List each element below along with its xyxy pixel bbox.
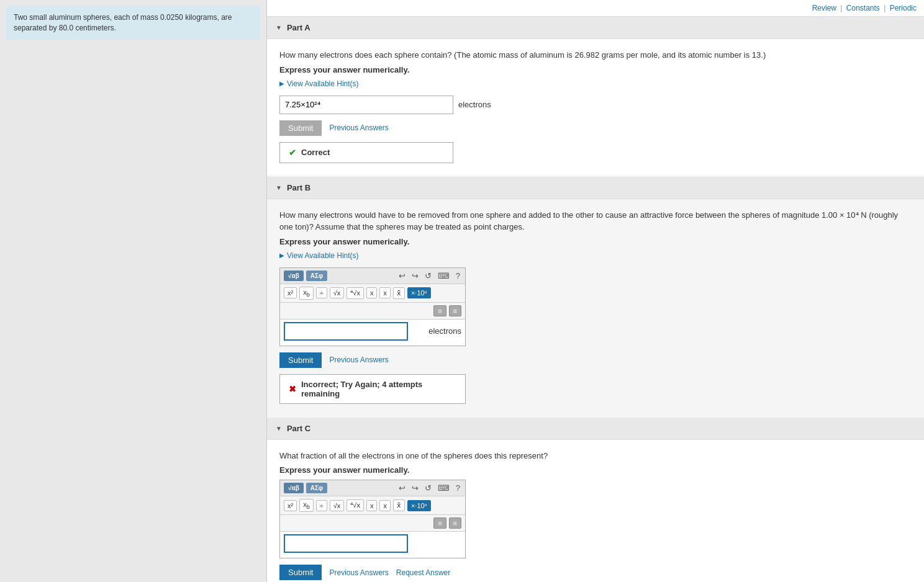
part-c-sym-4sqrt[interactable]: ⁴√x [346,499,364,511]
part-b-arrow-icon: ▼ [276,184,282,191]
part-b-toolbar-icons: ↩ ↪ ↺ ⌨ ? [397,271,461,280]
part-b-content: How many electrons would have to be remo… [267,199,924,416]
part-c-help-icon[interactable]: ? [455,483,461,493]
part-b-math-btn-2[interactable]: ΑΣφ [306,271,327,281]
part-b-undo-icon[interactable]: ↩ [397,271,407,280]
part-b-extra-toolbar: ≡ ≡ [280,303,465,320]
part-c-toolbar-top: √αβ ΑΣφ ↩ ↪ ↺ ⌨ ? [280,480,465,496]
part-c-undo-icon[interactable]: ↩ [397,483,407,493]
part-b-math-btn-1[interactable]: √αβ [284,271,304,281]
part-c-extra-toolbar: ≡ ≡ [280,515,465,532]
part-a-prev-answers-link[interactable]: Previous Answers [329,123,388,132]
part-b-sym-x2b[interactable]: x [379,287,391,298]
part-c-section: ▼ Part C What fraction of all the electr… [267,418,924,582]
part-c-header[interactable]: ▼ Part C [267,418,924,440]
part-c-sym-div[interactable]: ÷ [316,500,327,511]
part-a-content: How many electrons does each sphere cont… [267,39,924,176]
part-b-hint-arrow-icon: ▶ [279,252,284,259]
part-b-status-incorrect: ✖ Incorrect; Try Again; 4 attempts remai… [279,374,466,404]
part-a-status-correct: ✔ Correct [279,142,453,163]
part-b-sym-xb[interactable]: xb [299,287,314,300]
part-b-hint-text: View Available Hint(s) [287,251,359,260]
part-c-submit-row: Submit Previous Answers Request Answer [279,565,912,580]
part-c-keyboard-icon[interactable]: ⌨ [437,483,451,493]
part-c-math-btn-2[interactable]: ΑΣφ [306,483,327,493]
part-b-sym-sqrt[interactable]: √x [330,287,345,298]
part-b-question: How many electrons would have to be remo… [279,209,912,233]
nav-separator-2: | [884,4,886,12]
part-c-sym-xb[interactable]: xb [299,499,314,512]
part-b-extra-btn-2[interactable]: ≡ [449,305,461,316]
part-b-unit-label: electrons [428,326,461,336]
part-c-content: What fraction of all the electrons in on… [267,440,924,582]
part-c-submit-button[interactable]: Submit [279,565,322,580]
part-c-toolbar-left: √αβ ΑΣφ [284,483,327,493]
part-c-extra-btn-2[interactable]: ≡ [449,517,461,529]
part-c-refresh-icon[interactable]: ↺ [424,483,433,493]
review-link[interactable]: Review [812,4,836,12]
part-c-sym-xbar[interactable]: x̄ [393,499,405,511]
part-b-toolbar-left: √αβ ΑΣφ [284,271,327,281]
part-c-redo-icon[interactable]: ↪ [410,483,420,493]
part-c-extra-btn-1[interactable]: ≡ [433,517,446,529]
part-a-label: Part A [287,23,310,32]
periodic-link[interactable]: Periodic [890,4,917,12]
part-b-help-icon[interactable]: ? [455,271,461,280]
part-b-input-row: electrons [280,320,465,346]
part-b-hint-link[interactable]: ▶ View Available Hint(s) [279,251,912,260]
part-c-sym-x2b[interactable]: x [379,500,391,511]
part-b-sym-x2[interactable]: x² [284,287,297,298]
part-c-sym-sqrt[interactable]: √x [330,500,345,511]
part-a-question: How many electrons does each sphere cont… [279,49,912,61]
problem-statement: Two small aluminum spheres, each of mass… [6,6,260,40]
part-c-math-input[interactable] [284,534,408,553]
part-b-header[interactable]: ▼ Part B [267,177,924,199]
part-b-math-editor: √αβ ΑΣφ ↩ ↪ ↺ ⌨ ? x² xb [279,267,466,346]
part-c-question: What fraction of all the electrons in on… [279,450,912,462]
part-c-express-label: Express your answer numerically. [279,465,912,475]
part-a-header[interactable]: ▼ Part A [267,17,924,39]
part-c-sym-xten[interactable]: ×·10ⁿ [407,500,431,511]
part-c-prev-answers-link[interactable]: Previous Answers [329,568,388,577]
part-c-sym-x2[interactable]: x² [284,500,297,511]
part-b-sym-xbar[interactable]: x̄ [393,287,405,299]
part-b-prev-answers-link[interactable]: Previous Answers [329,356,388,364]
part-c-request-answer-link[interactable]: Request Answer [396,568,450,577]
part-a-hint-link[interactable]: ▶ View Available Hint(s) [279,79,912,88]
part-b-sym-xten[interactable]: ×·10ⁿ [407,287,431,298]
part-a-status-text: Correct [301,148,330,157]
part-b-submit-button[interactable]: Submit [279,352,322,368]
main-content: Review | Constants | Periodic ▼ Part A H… [267,0,924,582]
part-a-unit: electrons [458,100,491,109]
top-navigation: Review | Constants | Periodic [267,0,924,17]
part-b-express-label: Express your answer numerically. [279,237,912,246]
sidebar: Two small aluminum spheres, each of mass… [0,0,267,582]
part-b-x-icon: ✖ [289,384,296,394]
part-b-sym-div[interactable]: ÷ [316,287,327,298]
part-c-sym-x1[interactable]: x [366,500,378,511]
part-b-math-input[interactable] [284,322,408,341]
part-b-sym-x1[interactable]: x [366,287,378,298]
part-b-extra-btn-1[interactable]: ≡ [433,305,446,316]
part-a-input[interactable] [279,96,453,114]
part-c-math-editor: √αβ ΑΣφ ↩ ↪ ↺ ⌨ ? x² xb [279,480,466,558]
part-b-keyboard-icon[interactable]: ⌨ [437,271,451,280]
part-b-refresh-icon[interactable]: ↺ [424,271,433,280]
part-c-math-btn-1[interactable]: √αβ [284,483,304,493]
part-c-input-row [280,532,465,558]
nav-separator-1: | [840,4,842,12]
part-c-symbols-toolbar: x² xb ÷ √x ⁴√x x x x̄ ×·10ⁿ [280,496,465,515]
part-a-arrow-icon: ▼ [276,24,282,31]
part-b-sym-4sqrt[interactable]: ⁴√x [346,287,364,299]
part-a-hint-text: View Available Hint(s) [287,79,359,88]
part-b-label: Part B [287,183,310,192]
checkmark-icon: ✔ [289,148,296,158]
hint-arrow-icon: ▶ [279,80,284,87]
part-b-redo-icon[interactable]: ↪ [410,271,420,280]
part-b-section: ▼ Part B How many electrons would have t… [267,177,924,416]
part-a-express-label: Express your answer numerically. [279,65,912,74]
part-a-submit-button[interactable]: Submit [279,120,322,136]
part-c-arrow-icon: ▼ [276,425,282,432]
part-a-section: ▼ Part A How many electrons does each sp… [267,17,924,176]
constants-link[interactable]: Constants [846,4,880,12]
